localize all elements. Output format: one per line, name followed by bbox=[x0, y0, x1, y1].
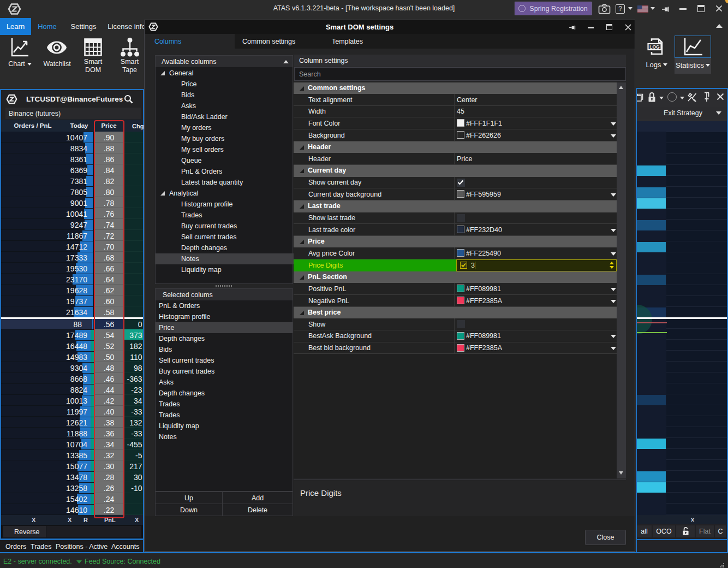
svg-text:LOG: LOG bbox=[649, 44, 660, 50]
